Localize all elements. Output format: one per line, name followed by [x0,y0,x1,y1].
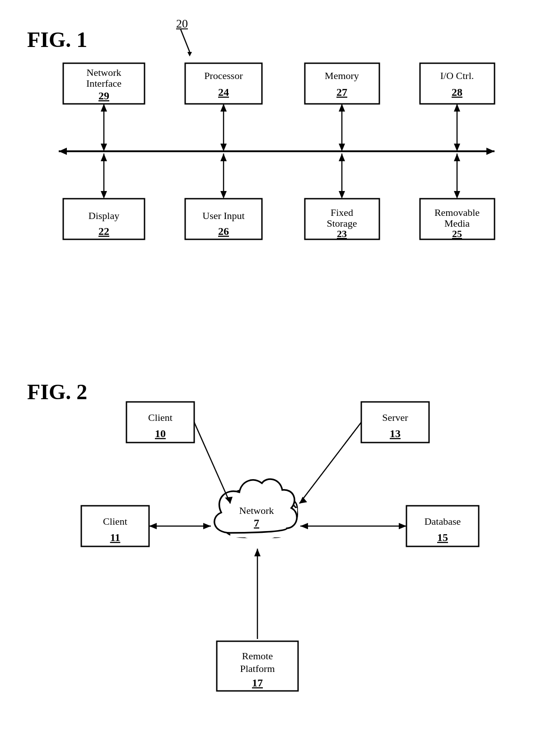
svg-text:Media: Media [444,218,470,229]
svg-marker-1 [187,52,192,56]
svg-marker-27 [339,144,345,151]
svg-marker-22 [101,104,107,112]
svg-text:Removable: Removable [434,207,480,218]
svg-text:28: 28 [452,86,462,98]
svg-text:Interface: Interface [86,78,121,89]
svg-text:24: 24 [218,86,229,98]
svg-marker-56 [454,191,460,199]
svg-text:User Input: User Input [202,210,244,221]
svg-marker-48 [101,154,107,161]
svg-marker-57 [454,154,460,161]
fig1-label: FIG. 1 [27,27,87,52]
svg-text:Database: Database [425,516,461,527]
svg-marker-53 [339,191,345,199]
svg-marker-89 [203,523,211,529]
svg-marker-24 [220,144,227,151]
svg-marker-30 [454,144,460,151]
svg-text:13: 13 [390,428,401,439]
svg-text:22: 22 [98,225,109,237]
svg-marker-17 [486,148,495,155]
svg-text:Processor: Processor [204,70,243,81]
fig2-diagram: Client 10 Server 13 Client 11 Database 1… [68,388,497,718]
svg-marker-21 [101,144,107,151]
svg-text:23: 23 [337,228,347,239]
svg-text:Remote: Remote [242,650,273,662]
svg-marker-16 [59,148,67,155]
svg-marker-47 [101,191,107,199]
svg-text:7: 7 [254,517,259,529]
svg-marker-50 [220,191,227,199]
svg-marker-51 [220,154,227,161]
svg-text:Client: Client [148,412,173,423]
svg-text:27: 27 [336,86,347,98]
svg-marker-86 [299,497,307,504]
svg-text:Display: Display [89,210,119,221]
svg-marker-28 [339,104,345,112]
svg-marker-31 [454,104,460,112]
svg-marker-91 [399,523,406,529]
svg-marker-25 [220,104,227,112]
svg-marker-92 [300,523,308,529]
fig1-diagram: Network Interface 29 Processor 24 Memory… [59,59,501,275]
svg-marker-88 [149,523,157,529]
svg-text:Platform: Platform [240,663,275,674]
svg-line-83 [194,422,230,504]
svg-text:17: 17 [252,677,263,689]
svg-text:26: 26 [218,225,229,237]
svg-text:11: 11 [110,532,121,543]
svg-marker-54 [339,154,345,161]
svg-text:10: 10 [155,428,166,439]
svg-text:25: 25 [452,228,462,239]
svg-text:Memory: Memory [325,70,359,81]
svg-text:Storage: Storage [327,218,357,229]
svg-text:Client: Client [103,516,127,527]
svg-text:15: 15 [437,532,448,543]
svg-marker-94 [254,549,261,556]
svg-text:Fixed: Fixed [331,207,353,218]
svg-text:I/O Ctrl.: I/O Ctrl. [440,70,474,81]
svg-text:Network: Network [87,67,121,78]
svg-line-0 [181,29,190,52]
arrow-20-svg [169,27,196,59]
page: FIG. 1 20 Network Interface 29 Processor… [0,0,560,732]
svg-text:Network: Network [239,505,274,516]
network-cloud: Network 7 [215,479,297,533]
svg-line-85 [299,422,361,504]
svg-text:Server: Server [382,412,408,423]
svg-text:29: 29 [98,90,109,102]
